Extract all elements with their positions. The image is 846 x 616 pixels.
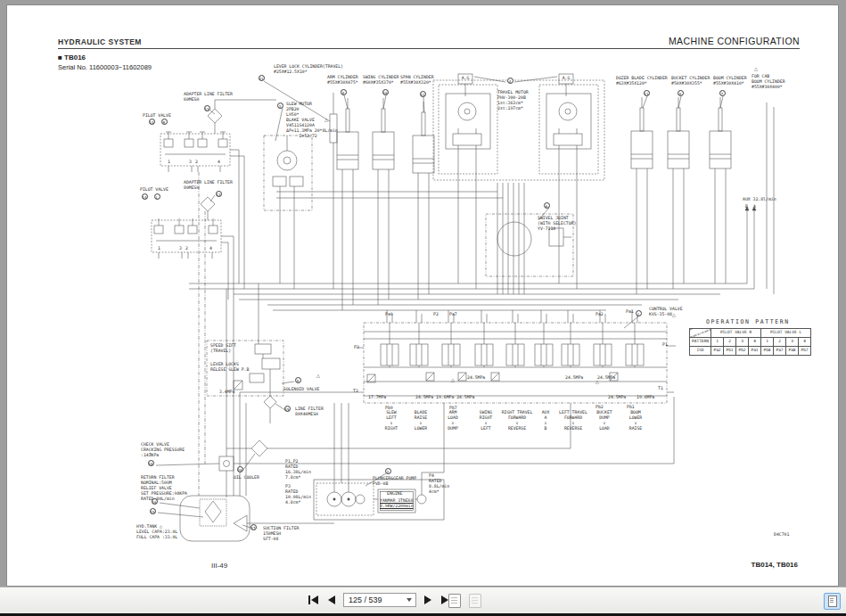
- op-pattern-cell: [690, 329, 711, 338]
- op-pattern-cell: 1: [711, 338, 724, 347]
- op-pattern-cell: Pa2: [711, 347, 724, 356]
- op-pattern-cell: Pa7: [774, 347, 786, 356]
- op-pattern-cell: 3: [736, 338, 749, 347]
- op-pattern-cell: PILOT VALVE R: [711, 329, 761, 338]
- single-page-view-button[interactable]: [824, 593, 841, 610]
- view-history-group: [448, 594, 481, 608]
- header-rule: [58, 48, 800, 49]
- next-page-button[interactable]: [423, 594, 433, 606]
- previous-page-button[interactable]: [326, 594, 337, 606]
- operation-pattern-title: OPERATION PATTERN: [706, 318, 811, 325]
- page-navigation: 125 / 539: [307, 593, 453, 607]
- manual-page: [6, 4, 839, 587]
- single-page-icon: [828, 595, 837, 607]
- op-pattern-cell: 2: [724, 338, 736, 347]
- operation-pattern-grid: PILOT VALVE RPILOT VALVE LPATTERN1234123…: [689, 328, 811, 356]
- page-indicator: 125 / 539: [349, 595, 407, 604]
- previous-page-icon: [328, 595, 335, 604]
- op-pattern-cell: ISO: [690, 347, 711, 356]
- op-pattern-cell: Pb1: [724, 347, 736, 356]
- op-pattern-cell: 4: [749, 338, 761, 347]
- next-view-button[interactable]: [469, 594, 481, 608]
- section-title: HYDRAULIC SYSTEM: [58, 37, 142, 46]
- op-pattern-cell: Pa1: [749, 347, 761, 356]
- op-pattern-cell: 3: [786, 338, 799, 347]
- op-pattern-cell: Pb7: [799, 347, 811, 356]
- chapter-title: MACHINE CONFIGURATION: [669, 36, 800, 46]
- op-pattern-cell: Pb2: [736, 347, 749, 356]
- next-page-icon: [424, 595, 431, 604]
- page-number: III-49: [211, 562, 227, 570]
- operation-pattern-table: OPERATION PATTERN PILOT VALVE RPILOT VAL…: [689, 318, 811, 356]
- footer-models: TB014, TB016: [752, 561, 798, 569]
- serial-number: Serial No. 11600003~11602089: [58, 63, 152, 71]
- op-pattern-cell: 2: [774, 338, 786, 347]
- pdf-toolbar: 125 / 539: [0, 587, 846, 613]
- op-pattern-cell: Pa8: [786, 347, 799, 356]
- first-page-icon: [308, 595, 310, 604]
- op-pattern-cell: 4: [799, 338, 811, 347]
- model-label: ■ TB016: [58, 53, 86, 62]
- previous-view-button[interactable]: [448, 594, 461, 608]
- op-pattern-cell: PATTERN: [690, 338, 711, 347]
- op-pattern-cell: Pb8: [761, 347, 774, 356]
- first-page-button[interactable]: [307, 594, 320, 606]
- pdf-viewer-window: LEVER LOCK CYLINDER(TRAVEL) #25X#12.5X10…: [0, 0, 846, 616]
- chevron-down-icon: [407, 598, 412, 602]
- op-pattern-cell: 1: [761, 338, 774, 347]
- page-number-input[interactable]: 125 / 539: [343, 593, 416, 607]
- op-pattern-cell: PILOT VALVE L: [761, 329, 811, 338]
